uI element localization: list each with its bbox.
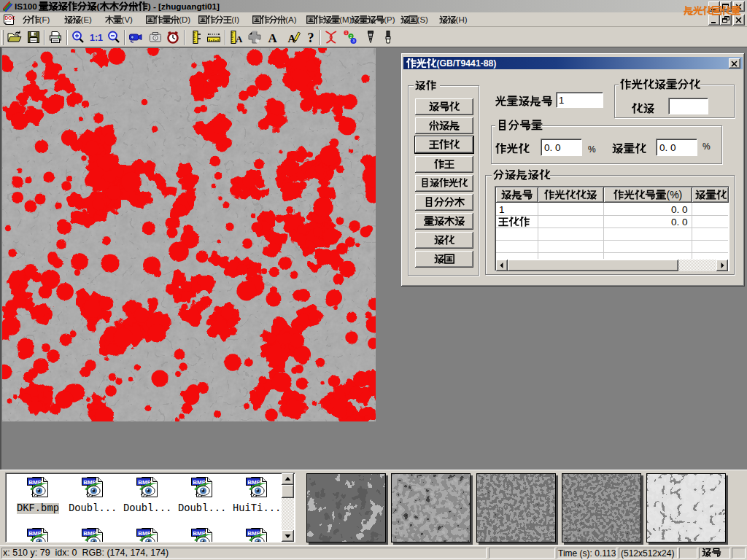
svg-text:3: 3: [352, 39, 355, 43]
svg-text:(%): (%): [667, 190, 683, 201]
svg-text:1: 1: [345, 31, 347, 35]
svg-text:DOC: DOC: [5, 15, 15, 20]
svg-text:(I): (I): [231, 15, 239, 24]
svg-text:?: ?: [308, 31, 314, 45]
svg-text:(M): (M): [339, 15, 352, 24]
svg-text:(E): (E): [81, 15, 93, 24]
svg-text:(GB/T9441-88): (GB/T9441-88): [436, 58, 496, 69]
svg-text:(A): (A): [285, 15, 297, 24]
svg-text:1:1: 1:1: [90, 33, 103, 43]
svg-text:(F): (F): [39, 15, 50, 24]
svg-text:A: A: [268, 31, 278, 45]
svg-text:(: (: [97, 1, 100, 12]
svg-text:A: A: [236, 34, 243, 44]
svg-text:IS100: IS100: [15, 1, 37, 12]
svg-text:2: 2: [349, 34, 352, 39]
svg-text:(P): (P): [384, 15, 395, 24]
svg-text:) - [zhuguangti01]: ) - [zhuguangti01]: [148, 1, 220, 12]
svg-text:(V): (V): [122, 15, 133, 24]
svg-text:(H): (H): [456, 15, 468, 24]
svg-text:(S): (S): [417, 15, 429, 24]
svg-text:(D): (D): [179, 15, 190, 24]
